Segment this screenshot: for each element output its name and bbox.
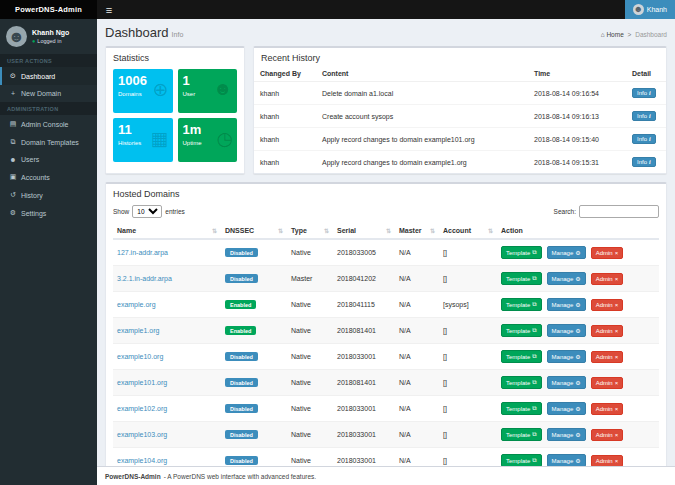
manage-button[interactable]: Manage⚙ [547,298,586,311]
sidebar-item-history[interactable]: ↺ History [0,186,97,204]
sidebar-item-settings[interactable]: ⚙ Settings [0,204,97,222]
domain-link[interactable]: example.org [117,301,156,308]
sidebar-item-admin-console[interactable]: ▤ Admin Console [0,115,97,133]
sort-icon[interactable]: ⇅ [430,227,435,234]
template-button[interactable]: Template⧉ [501,454,542,466]
cross-icon: × [615,302,619,308]
type-cell: Native [287,370,333,396]
admin-button[interactable]: Admin× [591,273,624,285]
brand-logo[interactable]: PowerDNS-Admin [0,0,97,19]
admin-button[interactable]: Admin× [591,351,624,363]
admin-button[interactable]: Admin× [591,455,624,467]
cross-icon: × [615,458,619,464]
content-cell: Delete domain a1.local [316,82,528,105]
account-cell: [sysops] [439,292,497,318]
template-button[interactable]: Template⧉ [501,402,542,415]
sidebar-toggle-icon[interactable]: ≡ [97,0,121,19]
stat-box-user[interactable]: 1 User ☻ [178,69,238,113]
column-header-type[interactable]: Type⇅ [287,223,333,239]
domain-link[interactable]: example103.org [117,431,167,438]
sort-icon[interactable]: ⇅ [386,227,391,234]
manage-button[interactable]: Manage⚙ [547,376,586,389]
domain-link[interactable]: example10.org [117,353,163,360]
master-cell: N/A [395,422,439,448]
info-button[interactable]: Infoi [632,111,656,121]
info-icon: i [649,113,651,119]
column-header-master[interactable]: Master⇅ [395,223,439,239]
time-cell: 2018-08-14 09:16:13 [528,105,626,128]
manage-button[interactable]: Manage⚙ [547,350,586,363]
stat-box-uptime[interactable]: 1m Uptime ◷ [178,118,238,162]
domain-link[interactable]: 127.in-addr.arpa [117,249,168,256]
info-button[interactable]: Infoi [632,134,656,144]
sidebar-item-new-domain[interactable]: + New Domain [0,85,97,102]
template-button[interactable]: Template⧉ [501,428,542,441]
column-header-account[interactable]: Account⇅ [439,223,497,239]
serial-cell: 2018033001 [333,344,395,370]
time-cell: 2018-08-14 09:15:31 [528,151,626,174]
column-header-dnssec[interactable]: DNSSEC⇅ [221,223,287,239]
account-cell: [] [439,266,497,292]
breadcrumb-home[interactable]: Home [606,31,623,38]
sidebar-section-administration: ADMINISTRATION [0,102,97,115]
info-icon: i [649,136,651,142]
user-menu[interactable]: ☻ Khanh [625,0,675,19]
stat-box-histories[interactable]: 11 Histories ▦ [113,118,173,162]
column-header: Time [528,66,626,82]
sort-icon[interactable]: ⇅ [488,227,493,234]
info-button[interactable]: Infoi [632,88,656,98]
type-cell: Native [287,292,333,318]
admin-button[interactable]: Admin× [591,299,624,311]
admin-button[interactable]: Admin× [591,325,624,337]
domain-link[interactable]: example101.org [117,379,167,386]
template-button[interactable]: Template⧉ [501,272,542,285]
manage-button[interactable]: Manage⚙ [547,324,586,337]
template-button[interactable]: Template⧉ [501,376,542,389]
sidebar-user-panel: ☻ Khanh Ngo ●Logged in [0,19,97,54]
manage-button[interactable]: Manage⚙ [547,272,586,285]
manage-button[interactable]: Manage⚙ [547,246,586,259]
sort-icon[interactable]: ⇅ [212,227,217,234]
manage-button[interactable]: Manage⚙ [547,402,586,415]
footer-brand: PowerDNS-Admin [105,473,161,480]
sidebar-item-domain-templates[interactable]: ⧉ Domain Templates [0,133,97,151]
admin-button[interactable]: Admin× [591,247,624,259]
domain-link[interactable]: example104.org [117,457,167,464]
sort-icon[interactable]: ⇅ [324,227,329,234]
table-row: example102.org Disabled Native 201803300… [113,396,659,422]
sidebar-item-users[interactable]: ☻ Users [0,151,97,168]
master-cell: N/A [395,318,439,344]
stat-box-domains[interactable]: 1006 Domains ⊕ [113,69,173,113]
admin-button[interactable]: Admin× [591,377,624,389]
info-button[interactable]: Infoi [632,157,656,167]
history-icon: ↺ [9,191,17,199]
template-button[interactable]: Template⧉ [501,350,542,363]
page-size-select[interactable]: 10 [132,205,162,218]
gear-icon: ⚙ [9,209,17,217]
column-header-name[interactable]: Name⇅ [113,223,221,239]
template-button[interactable]: Template⧉ [501,298,542,311]
search-input[interactable] [579,205,659,218]
clone-icon: ⧉ [532,431,536,438]
sidebar-item-dashboard[interactable]: ⊙ Dashboard [0,67,97,85]
sort-icon[interactable]: ⇅ [278,227,283,234]
domain-link[interactable]: example1.org [117,327,159,334]
manage-button[interactable]: Manage⚙ [547,428,586,441]
domain-link[interactable]: 3.2.1.in-addr.arpa [117,275,172,282]
column-header-serial[interactable]: Serial⇅ [333,223,395,239]
avatar: ☻ [6,26,27,47]
gear-icon: ⚙ [575,249,580,256]
admin-button[interactable]: Admin× [591,403,624,415]
hosted-domains-title: Hosted Domains [106,184,666,202]
template-button[interactable]: Template⧉ [501,324,542,337]
manage-button[interactable]: Manage⚙ [547,454,586,466]
sidebar-item-accounts[interactable]: ▣ Accounts [0,168,97,186]
accounts-icon: ▣ [9,173,17,181]
table-row: example.org Enabled Native 2018041115 N/… [113,292,659,318]
clone-icon: ⧉ [532,353,536,360]
domain-link[interactable]: example102.org [117,405,167,412]
admin-button[interactable]: Admin× [591,429,624,441]
changed-by-cell: khanh [254,82,316,105]
account-cell: [] [439,239,497,266]
template-button[interactable]: Template⧉ [501,246,542,259]
